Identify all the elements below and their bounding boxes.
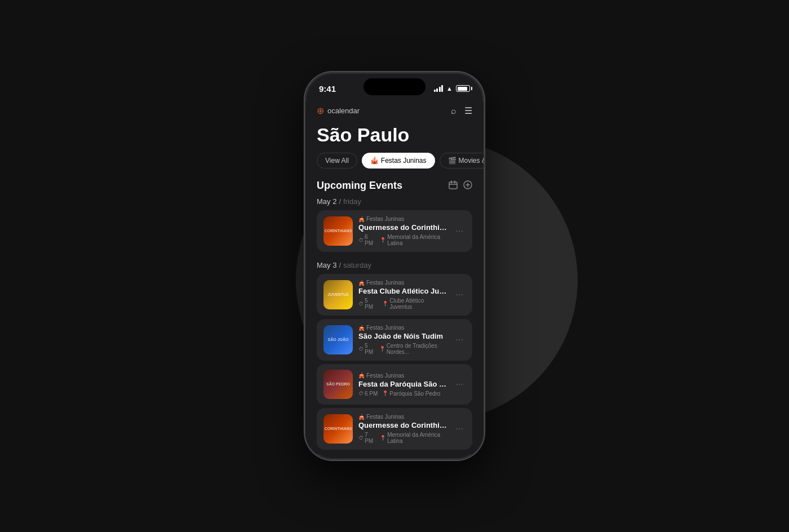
event-more-5[interactable]: ···: [454, 422, 466, 436]
battery-icon: [456, 85, 470, 92]
event-location-1: 📍 Memorial da América Latina: [380, 234, 447, 246]
pin-icon-2: 📍: [382, 301, 388, 307]
app-header: ⊕ ocalendar ⌕ ☰: [305, 101, 484, 122]
svg-rect-0: [449, 182, 457, 189]
event-title-3: São João de Nóis Tudim: [358, 332, 448, 340]
event-card-3[interactable]: SÃO JOÃO 🎪 Festas Juninas São João de Nó…: [317, 319, 472, 361]
event-category-2: 🎪 Festas Juninas: [358, 280, 448, 286]
event-card-4[interactable]: SÃO PEDRO 🎪 Festas Juninas Festa da Paró…: [317, 364, 472, 405]
event-category-1: 🎪 Festas Juninas: [358, 216, 448, 222]
event-more-2[interactable]: ···: [454, 287, 466, 302]
event-thumbnail-5: CORINTHIANS: [323, 414, 353, 444]
status-time: 9:41: [319, 84, 336, 94]
event-info-4: 🎪 Festas Juninas Festa da Paróquia São P…: [358, 373, 448, 397]
pin-icon-3: 📍: [379, 346, 385, 352]
status-icons: ▲: [434, 85, 470, 92]
event-card-1[interactable]: CORINTHIANS 🎪 Festas Juninas Quermesse d…: [317, 210, 472, 252]
event-category-label-5: Festas Juninas: [366, 414, 404, 420]
event-card-2[interactable]: JUVENTUS 🎪 Festas Juninas Festa Clube At…: [317, 274, 472, 316]
header-icons: ⌕ ☰: [451, 105, 472, 116]
clock-icon-5: ⏱: [358, 435, 364, 441]
city-title: São Paulo: [305, 122, 484, 153]
section-title: Upcoming Events: [317, 180, 402, 192]
logo-area: ⊕ ocalendar: [317, 105, 360, 116]
date-group-may3: May 3 / saturday JUVENTUS 🎪 Festas Ju: [305, 261, 484, 450]
date-may3-day: saturday: [343, 261, 371, 269]
event-category-icon-3: 🎪: [358, 325, 365, 331]
event-location-2: 📍 Clube Atlético Juventus: [382, 298, 447, 310]
date-label-may3: May 3 / saturday: [317, 261, 472, 269]
event-title-2: Festa Clube Atlético Juventus: [358, 287, 448, 295]
category-tabs: View All 🎪 Festas Juninas 🎬 Movies & T: [305, 153, 484, 175]
event-category-3: 🎪 Festas Juninas: [358, 325, 448, 331]
event-category-label-1: Festas Juninas: [366, 216, 404, 222]
event-location-3: 📍 Centro de Tradições Nordes...: [379, 343, 448, 355]
event-info-5: 🎪 Festas Juninas Quermesse do Corinthian…: [358, 414, 448, 444]
event-time-5: ⏱ 7 PM: [358, 432, 375, 444]
calendar-icon[interactable]: [449, 180, 458, 192]
date-may3-num: May 3: [317, 261, 336, 269]
globe-icon: ⊕: [317, 105, 324, 116]
event-category-icon-4: 🎪: [358, 373, 365, 378]
thumb-text-2: JUVENTUS: [326, 291, 349, 298]
event-category-label-3: Festas Juninas: [366, 325, 404, 331]
event-category-label-2: Festas Juninas: [366, 280, 404, 286]
thumb-text-4: SÃO PEDRO: [325, 381, 351, 388]
clock-icon-2: ⏱: [358, 301, 364, 307]
section-header: Upcoming Events: [305, 175, 484, 197]
event-more-4[interactable]: ···: [454, 377, 466, 392]
dynamic-island: [364, 78, 425, 95]
tab-view-all-label: View All: [325, 157, 349, 165]
event-meta-1: ⏱ 6 PM 📍 Memorial da América Latina: [358, 234, 448, 246]
phone-frame: 9:41 ▲ ⊕ ocalendar ⌕ ☰ São Paulo: [304, 72, 485, 460]
event-info-3: 🎪 Festas Juninas São João de Nóis Tudim …: [358, 325, 448, 355]
date-may2-day: friday: [343, 197, 361, 206]
event-time-4: ⏱ 6 PM: [358, 391, 378, 397]
event-card-5[interactable]: CORINTHIANS 🎪 Festas Juninas Quermesse d…: [317, 408, 472, 450]
event-meta-5: ⏱ 7 PM 📍 Memorial da América Latina: [358, 432, 448, 444]
pin-icon-1: 📍: [380, 237, 386, 243]
event-thumbnail-2: JUVENTUS: [323, 280, 353, 309]
event-title-1: Quermesse do Corinthians: [358, 223, 448, 232]
pin-icon-5: 📍: [380, 435, 386, 441]
scroll-content[interactable]: May 2 / friday CORINTHIANS 🎪 Festas J: [305, 197, 484, 454]
clock-icon-4: ⏱: [358, 391, 364, 396]
event-time-2: ⏱ 5 PM: [358, 298, 378, 310]
event-time-3: ⏱ 5 PM: [358, 343, 375, 355]
menu-icon[interactable]: ☰: [464, 105, 472, 116]
event-title-4: Festa da Paróquia São Pedro: [358, 380, 448, 388]
event-info-1: 🎪 Festas Juninas Quermesse do Corinthian…: [358, 216, 448, 246]
event-info-2: 🎪 Festas Juninas Festa Clube Atlético Ju…: [358, 280, 448, 310]
tab-festas-juninas-icon: 🎪: [370, 157, 379, 165]
event-category-5: 🎪 Festas Juninas: [358, 414, 448, 420]
thumb-text-1: CORINTHIANS: [323, 228, 353, 234]
search-icon[interactable]: ⌕: [451, 106, 456, 116]
add-circle-icon[interactable]: [463, 180, 472, 192]
tab-festas-juninas[interactable]: 🎪 Festas Juninas: [362, 153, 435, 169]
tab-movies-tv[interactable]: 🎬 Movies & T: [440, 153, 484, 169]
event-category-icon-2: 🎪: [358, 280, 365, 286]
date-may2-num: May 2: [317, 197, 336, 206]
event-more-3[interactable]: ···: [454, 333, 466, 347]
app-content: ⊕ ocalendar ⌕ ☰ São Paulo View All 🎪 Fes…: [305, 101, 484, 454]
date-divider: [305, 256, 484, 261]
event-meta-3: ⏱ 5 PM 📍 Centro de Tradições Nordes...: [358, 343, 448, 355]
wifi-icon: ▲: [446, 85, 453, 92]
tab-movies-tv-icon: 🎬: [448, 157, 456, 165]
event-time-1: ⏱ 6 PM: [358, 234, 375, 246]
event-category-icon-5: 🎪: [358, 414, 365, 420]
event-location-5: 📍 Memorial da América Latina: [380, 432, 447, 444]
event-meta-4: ⏱ 6 PM 📍 Paróquia São Pedro: [358, 391, 448, 397]
clock-icon-1: ⏱: [358, 237, 364, 243]
event-thumbnail-3: SÃO JOÃO: [323, 325, 353, 354]
date-label-may2: May 2 / friday: [317, 197, 472, 206]
event-thumbnail-4: SÃO PEDRO: [323, 370, 353, 399]
event-category-icon-1: 🎪: [358, 216, 365, 222]
event-more-1[interactable]: ···: [454, 224, 466, 238]
event-title-5: Quermesse do Corinthians: [358, 421, 448, 429]
app-name: ocalendar: [327, 107, 360, 115]
tab-view-all[interactable]: View All: [317, 153, 357, 169]
clock-icon-3: ⏱: [358, 346, 364, 352]
thumb-text-3: SÃO JOÃO: [327, 336, 350, 343]
tab-movies-tv-label: Movies & T: [459, 157, 484, 165]
